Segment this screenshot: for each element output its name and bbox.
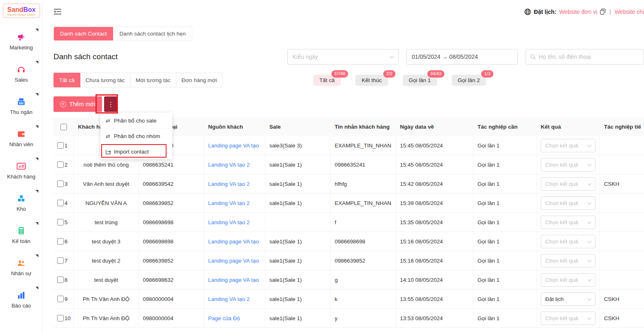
sidebar-item-nhan-su[interactable]: Nhân sự <box>0 251 42 283</box>
sidebar-item-bao-cao[interactable]: Báo cáo <box>0 283 42 316</box>
status-badge: 37/48 <box>331 70 349 78</box>
result-select[interactable]: Chọn kết quả <box>541 139 595 152</box>
table-row: 4 NGUYỄN VĂN A 0986639852 Landing VA tạo… <box>53 194 644 213</box>
col-date: Ngày data về <box>396 118 473 136</box>
caret-icon <box>36 61 38 64</box>
cell-source-link[interactable]: Landing VA tạo 2 <box>208 296 250 302</box>
copy-icon[interactable] <box>600 9 606 15</box>
table-body: 1 noti 0986639850 Landing page VA tạo sa… <box>53 136 644 328</box>
select-all-checkbox[interactable] <box>60 124 67 130</box>
cell-source-link[interactable]: Landing page VA tạo <box>208 277 259 283</box>
cell-source-link[interactable]: Landing VA tạo 2 <box>208 200 250 206</box>
result-select[interactable]: Chọn kết quả <box>541 254 595 267</box>
filter-new-interaction[interactable]: Mới tương tác <box>131 73 176 87</box>
main-area: Đặt lịch: Website đơn vị | Website chi D… <box>43 0 644 332</box>
sidebar-item-marketing[interactable]: Marketing <box>0 25 42 58</box>
sidebar: SandBox - Business Manager Software - Ma… <box>0 0 43 332</box>
filter-row: Tất cả Chưa tương tác Mới tương tác Đơn … <box>53 73 644 87</box>
brand-logo[interactable]: SandBox - Business Manager Software - <box>3 4 40 18</box>
table-row: 7 test duyệt 2 0986639852 Landing page V… <box>53 251 644 270</box>
cell-date: 15:45 08/05/2024 <box>396 136 473 155</box>
menu-item-assign-group[interactable]: ⇄ Phân bổ cho nhóm <box>100 128 172 144</box>
tab-appointment-list[interactable]: Danh sách contact lịch hẹn <box>113 27 192 40</box>
cell-source-link[interactable]: Page của Độ <box>208 315 240 321</box>
more-actions-button[interactable]: ⋮ <box>104 96 118 112</box>
row-checkbox[interactable] <box>57 257 64 264</box>
menu-collapse-icon[interactable] <box>54 9 62 15</box>
date-type-select[interactable]: Kiểu ngày <box>287 49 399 65</box>
sidebar-item-sales[interactable]: Sales <box>0 58 42 90</box>
sidebar-item-nhan-vien[interactable]: Nhân viên <box>0 122 42 154</box>
cell-message: 0986639852 <box>331 251 396 270</box>
result-select[interactable]: Chọn kết quả <box>541 158 595 172</box>
result-select[interactable]: Chọn kết quả <box>541 235 595 248</box>
result-select[interactable]: Chọn kết quả <box>541 216 595 229</box>
cell-source-link[interactable]: Landing page VA tạo <box>208 143 259 149</box>
cell-customer-name: NGUYỄN VĂN A <box>74 194 139 212</box>
cell-phone: 0986698632 <box>139 270 204 289</box>
cell-phone: 0980000004 <box>139 309 204 328</box>
row-number: 7 <box>64 258 68 264</box>
row-checkbox[interactable] <box>57 219 64 225</box>
cell-task: Gọi lần 1 <box>473 213 537 232</box>
filter-no-interaction[interactable]: Chưa tương tác <box>80 73 131 87</box>
topbar-right: Đặt lịch: Website đơn vị | Website chi <box>524 9 644 15</box>
cell-source-link[interactable]: Landing page VA tạo <box>208 258 259 264</box>
cell-task: Gọi lần 1 <box>473 290 537 308</box>
bar-chart-icon <box>16 290 26 300</box>
cell-source-link[interactable]: Landing VA tạo 2 <box>208 162 250 168</box>
cell-next-task: CSKH <box>600 309 644 328</box>
row-checkbox[interactable] <box>57 238 64 245</box>
add-new-button[interactable]: + Thêm mới <box>53 96 102 112</box>
cell-sale: sale1(Sale 1) <box>265 270 331 289</box>
result-select[interactable]: Đặt lịch <box>541 292 595 306</box>
result-select[interactable]: Chọn kết quả <box>541 177 595 191</box>
filter-new-order[interactable]: Đơn hàng mới <box>176 73 223 87</box>
cell-sale: sale1(Sale 1) <box>265 290 331 308</box>
plus-icon: + <box>60 101 66 107</box>
website-unit-link[interactable]: Website đơn vị <box>559 9 597 15</box>
status-chip-goi-lan-1[interactable]: Gọi lần 1 34/43 <box>403 75 437 86</box>
row-checkbox[interactable] <box>57 315 64 321</box>
chevron-down-icon <box>588 316 592 320</box>
table-row: 6 test duyệt 3 0986698698 Landing page V… <box>53 232 644 251</box>
col-sale: Sale <box>265 118 331 136</box>
row-checkbox[interactable] <box>57 276 64 283</box>
date-range-input[interactable]: 01/05/2024 → 08/05/2024 <box>406 49 518 65</box>
result-select[interactable]: Chọn kết quả <box>541 312 595 325</box>
result-select[interactable]: Chọn kết quả <box>541 196 595 210</box>
sidebar-item-label: Khách hàng <box>7 174 35 180</box>
row-checkbox[interactable] <box>57 296 64 302</box>
menu-item-import-contact[interactable]: Import contact <box>100 144 172 159</box>
cell-message: EXAMPLE_TIN_NHAN <box>331 194 396 212</box>
cell-customer-name: Ph Th Vân Anh ĐỘ <box>74 290 139 308</box>
wallet-icon <box>16 129 26 139</box>
sidebar-item-thu-ngan[interactable]: Thu ngân <box>0 90 42 122</box>
search-input[interactable] <box>539 53 640 60</box>
row-checkbox[interactable] <box>57 200 64 206</box>
row-checkbox[interactable] <box>57 142 64 149</box>
sidebar-item-khach-hang[interactable]: A Khách hàng <box>0 154 42 187</box>
sidebar-item-ke-toan[interactable]: Kế toán <box>0 219 42 251</box>
cell-source-link[interactable]: Landing VA tạo 2 <box>208 181 250 187</box>
status-chip-goi-lan-2[interactable]: Gọi lần 2 1/3 <box>452 75 486 86</box>
cell-next-task <box>600 270 644 289</box>
search-icon <box>530 54 536 60</box>
row-checkbox[interactable] <box>57 180 64 187</box>
sidebar-item-kho[interactable]: Kho <box>0 187 42 219</box>
tab-contact-list[interactable]: Danh sách Contact <box>54 27 113 40</box>
website-main-link[interactable]: Website chi <box>615 9 644 15</box>
status-chip-all[interactable]: Tất cả 37/48 <box>313 75 341 86</box>
status-chip-ket-thuc[interactable]: Kết thúc 2/2 <box>355 75 388 86</box>
col-next-task: Tác nghiệp tiế <box>600 118 644 136</box>
row-checkbox[interactable] <box>57 161 64 168</box>
cell-date: 15:39 08/05/2024 <box>396 194 473 212</box>
cell-source-link[interactable]: Landing page VA tạo <box>208 238 259 245</box>
chevron-down-icon <box>588 239 592 243</box>
caret-icon <box>36 287 38 290</box>
filter-all[interactable]: Tất cả <box>53 73 80 87</box>
cell-source-link[interactable]: Landing VA tạo 2 <box>208 219 250 225</box>
menu-item-assign-sale[interactable]: ⇄ Phân bổ cho sale <box>100 113 172 128</box>
chevron-down-icon <box>588 258 592 262</box>
result-select[interactable]: Chọn kết quả <box>541 273 595 287</box>
